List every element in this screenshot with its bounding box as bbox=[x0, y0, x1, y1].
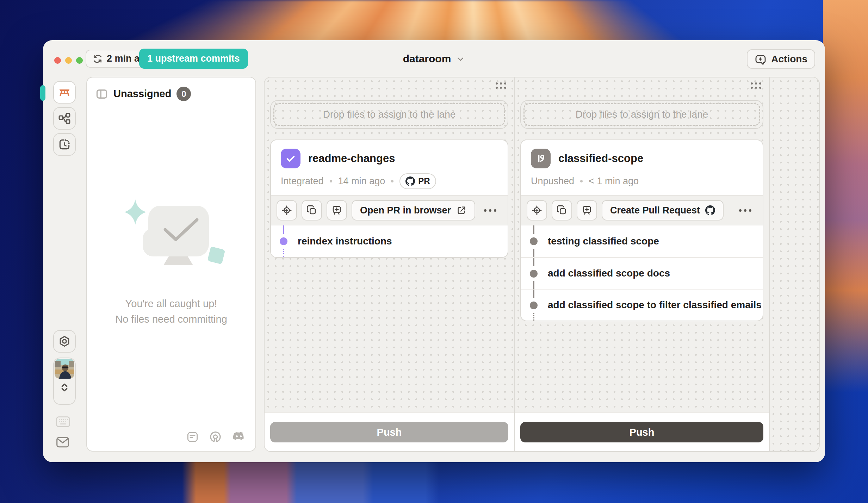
commit-row[interactable]: add classified scope docs bbox=[521, 257, 763, 289]
branches-graph-icon bbox=[58, 112, 71, 125]
branch-time: 14 min ago bbox=[338, 176, 385, 187]
create-pr-label: Create Pull Request bbox=[610, 205, 700, 216]
branch-meta: Unpushed < 1 min ago bbox=[531, 173, 753, 189]
branch-meta: Integrated 14 min ago PR bbox=[281, 173, 498, 189]
avatar bbox=[55, 359, 74, 379]
feedback-mail-button[interactable] bbox=[56, 437, 69, 449]
external-link-icon bbox=[456, 205, 467, 216]
create-pr-button[interactable]: Create Pull Request bbox=[602, 200, 724, 221]
split-view-icon bbox=[95, 88, 108, 100]
settings-button[interactable] bbox=[53, 330, 76, 353]
switcher-chevrons-icon bbox=[59, 382, 70, 393]
commit-dot bbox=[530, 270, 538, 278]
empty-state-line2: No files need committing bbox=[115, 311, 227, 327]
wallpaper-bottom-rays bbox=[182, 458, 529, 503]
active-project-indicator bbox=[40, 85, 45, 101]
project-name: dataroom bbox=[403, 53, 451, 65]
lane-1-footer: Push bbox=[265, 412, 514, 451]
lane-2-canvas: Drop files to assign to the lane classif… bbox=[515, 77, 769, 412]
assign-changes-button[interactable] bbox=[277, 200, 297, 221]
copy-branch-button[interactable] bbox=[552, 200, 572, 221]
unassigned-header: Unassigned 0 bbox=[87, 77, 255, 110]
empty-lane-area bbox=[769, 77, 819, 451]
commit-dot bbox=[530, 302, 538, 309]
lanes-container: Drop files to assign to the lane readme-… bbox=[264, 77, 820, 452]
commit-row[interactable]: add classified scope to filter classifie… bbox=[521, 289, 763, 321]
branch-more-button[interactable] bbox=[483, 206, 498, 215]
profile-switcher[interactable] bbox=[53, 358, 76, 405]
copy-branch-button[interactable] bbox=[302, 200, 322, 221]
minimize-window-button[interactable] bbox=[65, 57, 72, 64]
open-source-button[interactable] bbox=[209, 431, 222, 443]
commit-message: reindex instructions bbox=[298, 236, 392, 247]
lane-2-dropzone[interactable]: Drop files to assign to the lane bbox=[520, 100, 763, 129]
settings-gear-icon bbox=[58, 335, 71, 348]
push-button[interactable]: Push bbox=[270, 422, 508, 442]
unassigned-title: Unassigned bbox=[113, 88, 171, 100]
caught-up-illustration bbox=[113, 196, 229, 285]
github-icon bbox=[405, 176, 415, 186]
branch-more-button[interactable] bbox=[738, 206, 753, 215]
close-window-button[interactable] bbox=[54, 57, 61, 64]
branch-name[interactable]: readme-changes bbox=[308, 152, 395, 165]
actions-button[interactable]: Actions bbox=[747, 49, 815, 69]
unassigned-panel: Unassigned 0 You're all caught up! No fi… bbox=[86, 77, 256, 452]
lane-1-canvas: Drop files to assign to the lane readme-… bbox=[265, 77, 514, 412]
wallpaper-right-edge bbox=[823, 0, 868, 392]
branch-toolbar: Open PR in browser bbox=[271, 195, 508, 225]
branch-card-header: readme-changes Integrated 14 min ago PR bbox=[271, 140, 508, 195]
commit-row[interactable]: testing classified scope bbox=[521, 225, 763, 257]
pr-chip[interactable]: PR bbox=[399, 173, 436, 189]
branch-toolbar: Create Pull Request bbox=[521, 195, 763, 225]
lane-2-footer: Push bbox=[515, 412, 769, 451]
push-button[interactable]: Push bbox=[520, 422, 763, 442]
assign-changes-button[interactable] bbox=[527, 200, 547, 221]
zoom-window-button[interactable] bbox=[76, 57, 83, 64]
empty-state: You're all caught up! No files need comm… bbox=[87, 196, 255, 327]
gitbutler-window: 2 min ago 1 upstream commits dataroom Ac… bbox=[43, 40, 825, 462]
branch-status: Integrated bbox=[281, 176, 324, 187]
workspace-table-icon bbox=[58, 86, 71, 99]
branch-name[interactable]: classified-scope bbox=[558, 152, 643, 165]
dot-separator bbox=[330, 180, 332, 182]
branch-card-readme-changes: readme-changes Integrated 14 min ago PR bbox=[270, 139, 508, 258]
unassigned-count-badge: 0 bbox=[176, 87, 191, 101]
commit-message: add classified scope to filter classifie… bbox=[548, 299, 762, 311]
pr-chip-label: PR bbox=[418, 176, 430, 186]
integrated-branch-icon bbox=[281, 149, 300, 168]
new-commit-button[interactable] bbox=[577, 200, 597, 221]
lane-2-drag-handle[interactable] bbox=[751, 82, 761, 89]
discord-button[interactable] bbox=[232, 431, 246, 442]
sidebar-item-workspace[interactable] bbox=[53, 81, 76, 104]
drop-hint-label: Drop files to assign to the lane bbox=[323, 109, 456, 120]
drop-hint-label: Drop files to assign to the lane bbox=[576, 109, 708, 120]
changelog-button[interactable] bbox=[186, 431, 199, 443]
chevron-down-icon bbox=[455, 54, 465, 64]
virtual-branch-icon bbox=[531, 149, 551, 168]
project-switcher[interactable]: dataroom bbox=[403, 40, 465, 77]
keyboard-shortcuts-button[interactable] bbox=[56, 416, 70, 429]
branch-card-header: classified-scope Unpushed < 1 min ago bbox=[521, 140, 763, 195]
desktop: 2 min ago 1 upstream commits dataroom Ac… bbox=[0, 0, 868, 503]
commit-list: reindex instructions bbox=[271, 225, 508, 257]
commit-message: testing classified scope bbox=[548, 236, 659, 247]
sidebar-item-history[interactable] bbox=[53, 133, 76, 156]
empty-state-line1: You're all caught up! bbox=[115, 296, 227, 311]
commit-message: add classified scope docs bbox=[548, 268, 670, 279]
commit-list: testing classified scope add classified … bbox=[521, 225, 763, 321]
lane-1-dropzone[interactable]: Drop files to assign to the lane bbox=[270, 100, 508, 129]
branch-status: Unpushed bbox=[531, 176, 574, 187]
upstream-commits-badge[interactable]: 1 upstream commits bbox=[139, 49, 248, 69]
commit-dot bbox=[280, 237, 287, 245]
sidebar-item-branches[interactable] bbox=[53, 107, 76, 130]
history-clock-icon bbox=[58, 138, 71, 151]
commit-dot bbox=[530, 237, 538, 245]
dot-separator bbox=[580, 180, 583, 182]
dot-separator bbox=[391, 180, 393, 182]
lane-1-drag-handle[interactable] bbox=[496, 82, 506, 89]
open-pr-button[interactable]: Open PR in browser bbox=[352, 200, 475, 221]
sync-icon bbox=[92, 54, 103, 64]
new-commit-button[interactable] bbox=[327, 200, 347, 221]
open-pr-label: Open PR in browser bbox=[360, 205, 451, 216]
commit-row[interactable]: reindex instructions bbox=[271, 225, 508, 257]
